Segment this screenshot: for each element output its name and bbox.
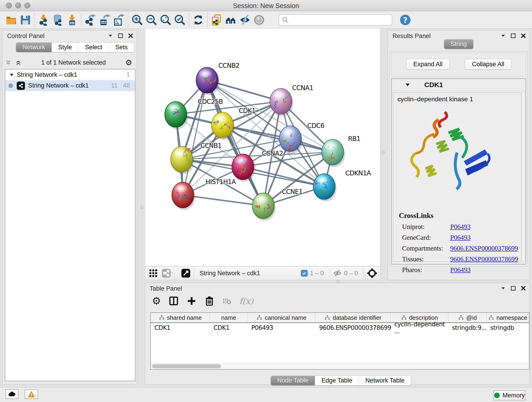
crosslink-label: Pharos:	[402, 266, 450, 274]
tab-network[interactable]: Network	[16, 43, 52, 52]
network-row[interactable]: String Network – cdk1 11 48	[5, 80, 135, 91]
cloud-button[interactable]	[5, 389, 19, 399]
close-panel-icon[interactable]	[520, 33, 526, 39]
expand-all-button[interactable]: Expand All	[406, 59, 450, 70]
close-panel-icon[interactable]	[128, 33, 133, 39]
column-header-namespace[interactable]: namespace	[487, 313, 529, 322]
selected-nodes-checkbox[interactable]	[301, 270, 308, 277]
import-network-from-file-button[interactable]	[37, 13, 51, 27]
zoom-fit-button[interactable]	[158, 13, 173, 27]
column-header-name[interactable]: name	[210, 313, 248, 322]
table-cell[interactable]: cyclin–dependent ...	[391, 323, 448, 332]
table-cell[interactable]: CDK1	[151, 323, 210, 332]
warnings-button[interactable]	[25, 389, 38, 399]
graph-node-CCNB2[interactable]	[196, 67, 220, 95]
hide-selected-button[interactable]	[238, 13, 252, 27]
collapse-all-icon[interactable]	[5, 59, 12, 66]
save-session-button[interactable]	[18, 13, 32, 27]
graph-node-CDK1[interactable]	[211, 112, 235, 140]
tab-style[interactable]: Style	[52, 43, 79, 52]
create-column-icon[interactable]	[186, 296, 196, 306]
zoom-out-button[interactable]	[144, 13, 158, 27]
graph-edge-CCNB2-HIST1H1A[interactable]	[183, 80, 207, 195]
export-table-button[interactable]	[98, 13, 112, 27]
float-panel-icon[interactable]	[510, 33, 516, 39]
graph-node-CDKN1A[interactable]	[313, 174, 336, 201]
collection-expander-icon[interactable]	[9, 72, 14, 78]
open-session-button[interactable]	[4, 13, 18, 27]
table-cell[interactable]: stringdb:9...	[448, 323, 487, 332]
apply-layout-button[interactable]	[191, 13, 205, 27]
zoom-in-button[interactable]	[130, 13, 144, 27]
tissues-link[interactable]: 9606.ENSP00000378699	[450, 255, 518, 263]
column-header--id[interactable]: @id	[448, 313, 487, 322]
export-network-button[interactable]	[83, 13, 98, 27]
graph-node-CCNA1[interactable]	[270, 89, 293, 116]
function-builder-button[interactable]: f(x)	[239, 296, 253, 306]
network-from-selection-button[interactable]	[209, 13, 224, 27]
open-in-window-icon[interactable]	[181, 268, 191, 278]
show-columns-icon[interactable]	[169, 296, 179, 306]
table-cell[interactable]: stringdb	[487, 323, 529, 332]
zoom-selected-button[interactable]	[173, 13, 187, 27]
crosslink-row: GeneCard:P06493	[399, 234, 521, 241]
tab-select[interactable]: Select	[79, 43, 109, 52]
table-cell[interactable]: CDK1	[210, 323, 248, 332]
gene-section-header[interactable]: CDK1	[392, 79, 526, 91]
float-panel-icon[interactable]	[118, 33, 123, 39]
table-cell[interactable]: P06493	[248, 323, 316, 332]
gene-expander-icon[interactable]	[405, 82, 411, 88]
panel-menu-icon[interactable]	[500, 285, 506, 291]
network-overview-icon[interactable]	[162, 268, 171, 278]
collection-count: 1	[127, 71, 130, 78]
export-image-button[interactable]	[112, 13, 126, 27]
column-header-database-identifier[interactable]: database identifier	[316, 313, 391, 322]
birds-eye-view-icon[interactable]	[149, 269, 158, 278]
network-collection-row[interactable]: String Network – cdk1 1	[5, 70, 135, 80]
results-scrollbar[interactable]	[521, 93, 525, 262]
tab-string[interactable]: String	[444, 39, 473, 49]
panel-menu-icon[interactable]	[500, 33, 506, 39]
expand-all-icon[interactable]	[15, 59, 22, 66]
footer-separator	[174, 267, 175, 280]
table-cell[interactable]: 9606.ENSP00000378699	[316, 323, 391, 332]
pharos-link[interactable]: P06493	[450, 266, 471, 274]
show-all-button[interactable]	[252, 13, 266, 27]
graph-node-RB1[interactable]	[322, 139, 345, 167]
tab-edge-table[interactable]: Edge Table	[315, 376, 359, 385]
genecard-link[interactable]: P06493	[450, 234, 471, 241]
pan-crosshair-icon[interactable]	[367, 268, 377, 279]
tab-node-table[interactable]: Node Table	[271, 376, 315, 385]
float-panel-icon[interactable]	[510, 285, 516, 291]
table-type-tabs: Node Table Edge Table Network Table	[271, 376, 411, 385]
import-network-from-database-button[interactable]	[51, 13, 65, 27]
close-panel-icon[interactable]	[520, 285, 526, 291]
table-panel-header: Table Panel	[145, 283, 530, 293]
import-table-from-file-button[interactable]	[65, 13, 79, 27]
panel-menu-icon[interactable]	[108, 33, 114, 39]
column-header-canonical-name[interactable]: canonical name	[248, 313, 316, 322]
first-neighbors-button[interactable]	[224, 13, 238, 27]
help-button[interactable]: ?	[398, 13, 412, 27]
network-options-gear-icon[interactable]: ⚙	[125, 59, 132, 66]
column-type-icon	[159, 315, 165, 321]
graph-node-CCNA2[interactable]	[232, 154, 255, 182]
left-splitter-handle[interactable]	[140, 206, 144, 209]
scrollbar-thumb[interactable]	[152, 364, 221, 368]
tab-sets[interactable]: Sets	[109, 43, 134, 52]
table-horizontal-scrollbar[interactable]	[151, 363, 529, 369]
collapse-all-button[interactable]: Collapse All	[465, 59, 511, 70]
network-canvas[interactable]: CCNB2CCNA1CDC25BCDK1CDC6RB1CCNB1CCNA2CDK…	[145, 28, 380, 266]
uniprot-link[interactable]: P06493	[450, 223, 471, 230]
delete-column-icon[interactable]	[204, 296, 215, 306]
table-options-gear-icon[interactable]: ⚙	[152, 296, 161, 306]
tab-network-table[interactable]: Network Table	[359, 376, 411, 385]
right-splitter-handle[interactable]	[381, 151, 385, 154]
compartments-link[interactable]: 9606.ENSP00000378699	[450, 245, 518, 252]
column-header-shared-name[interactable]: shared name	[151, 313, 210, 322]
memory-button[interactable]: Memory	[494, 390, 526, 400]
delete-table-icon[interactable]	[222, 296, 231, 306]
table-row[interactable]: CDK1CDK1P064939606.ENSP00000378699cyclin…	[151, 323, 529, 332]
search-input[interactable]	[289, 15, 392, 25]
graph-node-CCNE1[interactable]	[252, 193, 276, 221]
